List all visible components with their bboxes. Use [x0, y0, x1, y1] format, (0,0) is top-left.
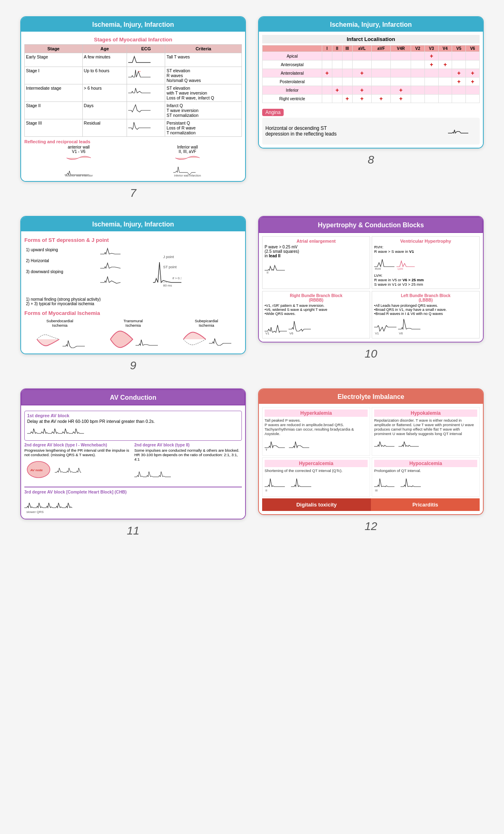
st-forms-container: 1) upward sloping 2) Horizontal 3) downw… [26, 246, 240, 295]
rvh-ecg-icon: RVH LVH [374, 255, 415, 271]
card-7-number: 7 [130, 187, 136, 200]
table-row: Early Stage A few minutes Tall T waves [25, 53, 242, 67]
st-depression-ecg-icon: J point ST point 80 ms if > 0.1 mV [100, 246, 181, 295]
card-8-number: 8 [368, 153, 374, 166]
inferior-wave-icon [175, 154, 200, 161]
hypocalcemia-title: Hypocalcemia [374, 460, 477, 467]
card-8-angina-badge: Angina [262, 109, 284, 116]
hypocalcemia-desc: Prolongation of QT interval. [374, 468, 477, 473]
col-stage: Stage [25, 45, 83, 53]
degree1-box: 1st degree AV block Delay at the AV node… [24, 411, 242, 441]
degree2b-desc: Some impulses are conducted normally & o… [134, 448, 242, 461]
degree3-ecg-icon: slower QRS [24, 496, 138, 514]
card-9-header: Ischemia, Injury, Infarction [21, 217, 245, 231]
hypocalcemia-ecg-icon: III [374, 474, 427, 493]
table-row: Inferior + + + [263, 86, 480, 95]
card-7-table: Stage Age ECG Criteria Early Stage A few… [24, 44, 242, 137]
rbbb-title: Right Bundle Branch Block(RBBB) [265, 293, 368, 302]
hypercalcemia-box: Hypercalcemia Shortening of the correcte… [262, 457, 370, 497]
card-11-wrapper: AV Conduction 1st degree AV block Delay … [20, 388, 246, 537]
card-8-angina-desc: Horizontal or descending STdepression in… [262, 118, 480, 144]
hypokalemia-box: Hypokalemia Repolarization disorder. T w… [372, 407, 480, 456]
hyperkalemia-title: Hyperkalemia [265, 409, 368, 417]
card-7-section-title: Stages of Myocardial Infarction [24, 37, 242, 43]
subepi-ecg-icon [209, 337, 231, 349]
hypocalcemia-box: Hypocalcemia Prolongation of QT interval… [372, 457, 480, 497]
hypokalemia-ecg-icon [374, 437, 427, 452]
degree2a-box: 2nd degree AV block (type I - Wenchebach… [24, 443, 132, 485]
table-row: Stage II Days Infarct QT wave inversionS… [25, 102, 242, 119]
st-labels: 1) upward sloping 2) Horizontal 3) downw… [26, 246, 96, 276]
atrial-ecg-icon: II [265, 258, 305, 274]
card-9-section1: Forms of ST depression & J point [24, 237, 242, 243]
angina-ecg-icon [448, 121, 476, 141]
atrial-enlargement-box: Atrial enlargement P wave > 0.25 mV(2.5 … [262, 236, 370, 289]
card-10-wrapper: Hypertrophy & Conduction Blocks Atrial e… [258, 216, 484, 372]
svg-text:AV node: AV node [30, 468, 43, 472]
svg-text:RVH: RVH [375, 267, 381, 270]
hyperkalemia-ecg-icon: T [265, 437, 317, 452]
card-7-wrapper: Ischemia, Injury, Infarction Stages of M… [20, 16, 246, 200]
card-10: Hypertrophy & Conduction Blocks Atrial e… [258, 216, 484, 343]
lbbb-v6-icon: V6 [398, 317, 420, 335]
ecg-stage1-icon [128, 68, 151, 80]
table-row: Anterolateral + + ++ [263, 69, 480, 78]
ischemia-transmural: TransmuralIschemia [98, 319, 169, 350]
hypercalcemia-title: Hypercalcemia [265, 460, 368, 467]
card-9-wrapper: Ischemia, Injury, Infarction Forms of ST… [20, 216, 246, 372]
table-row: Posterolateral ++ [263, 78, 480, 86]
ischemia-subepicardial: SubepicardialIschemia [171, 319, 242, 350]
hypercalcemia-ecg-icon: II [265, 474, 317, 493]
svg-text:J point: J point [163, 255, 174, 259]
card-9-body: Forms of ST depression & J point 1) upwa… [21, 231, 245, 353]
ventricular-title: Ventricular Hypertrophy [374, 239, 477, 244]
ecg-stage2-icon [128, 103, 151, 114]
card-7-reflecting: Reflecting and reciprocal leads [24, 139, 242, 144]
degree3-title: 3rd degree AV block [Complete Heart Bloc… [24, 489, 242, 494]
degree1-title: 1st degree AV block [27, 413, 239, 418]
pricarditis-badge: Pricarditis [371, 498, 480, 511]
ecg-early-icon [128, 54, 151, 65]
lbbb-ecg-container: V1 V6 [374, 317, 477, 336]
svg-text:ST point: ST point [163, 265, 177, 269]
card-7: Ischemia, Injury, Infarction Stages of M… [20, 16, 246, 182]
electrolyte-grid: Hyperkalemia Tall peaked P waves.P waves… [262, 407, 480, 497]
lbbb-box: Left Bundle Branch Block(LBBB) •All Lead… [372, 291, 480, 338]
card-9-ischemia-row: SubendocardialIschemia TransmuralIschemi… [24, 319, 242, 350]
subendocardial-icon [35, 329, 61, 349]
degree2a-ecg-icon: AV node [24, 458, 91, 478]
svg-text:V6: V6 [399, 332, 403, 335]
digitalis-badge: Digitalis toxicity [262, 498, 371, 511]
svg-text:Inferior wall infarction: Inferior wall infarction [174, 174, 201, 177]
lbbb-title: Left Bundle Branch Block(LBBB) [374, 293, 477, 302]
anterior-wave-icon [67, 154, 91, 161]
card-8: Ischemia, Injury, Infarction Infarct Loc… [258, 16, 484, 149]
card-11-number: 11 [127, 524, 139, 537]
card-7-body: Stages of Myocardial Infarction Stage Ag… [21, 32, 245, 181]
anterior-ecg-icon: Anterior wall infarction [65, 163, 93, 177]
subepicardial-icon [181, 329, 208, 349]
col-ecg: ECG [127, 45, 165, 53]
svg-text:slower QRS: slower QRS [26, 510, 44, 514]
svg-text:II: II [265, 489, 267, 492]
card-9: Ischemia, Injury, Infarction Forms of ST… [20, 216, 246, 354]
degree1-ecg-icon [27, 425, 129, 437]
hyperkalemia-desc: Tall peaked P waves.P waves are reduced … [265, 418, 368, 436]
card-8-wrapper: Ischemia, Injury, Infarction Infarct Loc… [258, 16, 484, 200]
card-11-body: 1st degree AV block Delay at the AV node… [21, 405, 245, 519]
svg-text:Anterior wall infarction: Anterior wall infarction [65, 174, 93, 177]
card-9-forms: 1) upward sloping 2) Horizontal 3) downw… [24, 244, 242, 308]
hypokalemia-desc: Repolarization disorder. T wave is eithe… [374, 418, 477, 436]
card-8-header: Ischemia, Injury, Infarction [259, 17, 483, 32]
card-10-header: Hypertrophy & Conduction Blocks [259, 217, 483, 233]
svg-text:II: II [267, 271, 268, 274]
card-11: AV Conduction 1st degree AV block Delay … [20, 388, 246, 519]
lbbb-v1-icon: V1 [374, 317, 396, 335]
svg-text:if > 0.1 mV: if > 0.1 mV [172, 276, 181, 280]
card-7-header: Ischemia, Injury, Infarction [21, 17, 245, 32]
card-10-blocks-grid: Right Bundle Branch Block(RBBB) •V1, rSR… [262, 291, 480, 338]
card-10-section-grid: Atrial enlargement P wave > 0.25 mV(2.5 … [262, 236, 480, 289]
card-8-infarct-title: Infarct Localisation [262, 35, 480, 43]
card-9-note1: 1) normal finding (strong physical activ… [26, 297, 240, 302]
degree2b-title: 2nd degree AV block (type II) [134, 443, 242, 447]
